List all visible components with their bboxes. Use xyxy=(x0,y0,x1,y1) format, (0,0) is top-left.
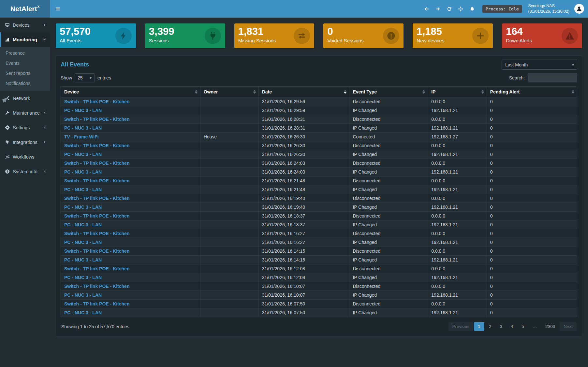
refresh-icon[interactable] xyxy=(446,6,453,12)
device-link[interactable]: Switch - TP link POE - Kitchen xyxy=(64,266,129,271)
device-link[interactable]: PC - NUC 3 - LAN xyxy=(64,275,102,280)
device-link[interactable]: PC - NUC 3 - LAN xyxy=(64,222,102,227)
device-link[interactable]: Switch - TP link POE - Kitchen xyxy=(64,117,129,122)
cell-event-type: IP Changed xyxy=(349,308,428,317)
cell-device: PC - NUC 3 - LAN xyxy=(61,124,200,133)
cell-date: 31/01/2026, 16:28:31 xyxy=(258,124,349,133)
hamburger-icon[interactable] xyxy=(54,6,61,12)
sidebar-menu: DevicesMonitoringPresenceEventsSent repo… xyxy=(0,18,50,179)
sidebar-item-label: Network xyxy=(13,96,30,101)
sidebar-item-devices[interactable]: Devices xyxy=(0,18,50,32)
sidebar-item-integrations[interactable]: Integrations xyxy=(0,135,50,149)
device-link[interactable]: Switch - TP link POE - Kitchen xyxy=(64,143,129,148)
stat-card-down-alerts[interactable]: 164Down Alerts xyxy=(502,23,582,48)
cell-ip: 0.0.0.0 xyxy=(428,264,487,273)
sidebar-item-network[interactable]: Network xyxy=(0,91,50,106)
sidebar-item-settings[interactable]: Settings xyxy=(0,120,50,135)
device-link[interactable]: PC - NUC 3 - LAN xyxy=(64,187,102,192)
page-button-1[interactable]: 1 xyxy=(474,322,484,331)
cell-event-type: IP Changed xyxy=(349,256,428,264)
cell-event-type: IP Changed xyxy=(349,168,428,176)
device-link[interactable]: PC - NUC 3 - LAN xyxy=(64,292,102,298)
cell-owner xyxy=(200,97,258,106)
device-link[interactable]: PC - NUC 3 - LAN xyxy=(64,205,102,210)
cell-date: 31/01/2026, 16:16:27 xyxy=(258,229,349,238)
table-header-row: DeviceOwnerDateEvent TypeIPPending Alert xyxy=(61,87,577,97)
table-row: PC - NUC 3 - LAN31/01/2026, 16:28:31IP C… xyxy=(61,124,577,133)
page-button-2303[interactable]: 2303 xyxy=(541,322,559,331)
page-length-select[interactable]: 25 xyxy=(75,73,95,82)
device-link[interactable]: Switch - TP link POE - Kitchen xyxy=(64,161,129,166)
user-avatar[interactable] xyxy=(574,4,584,14)
device-link[interactable]: PC - NUC 3 - LAN xyxy=(64,257,102,262)
device-link[interactable]: Switch - TP link POE - Kitchen xyxy=(64,178,129,183)
device-link[interactable]: TV - Frame WiFi xyxy=(64,134,99,139)
column-header-event-type[interactable]: Event Type xyxy=(349,87,428,97)
app-logo[interactable]: NetAlertx xyxy=(0,0,50,18)
device-link[interactable]: PC - NUC 3 - LAN xyxy=(64,240,102,245)
forward-icon[interactable] xyxy=(435,6,441,12)
page-button-3[interactable]: 3 xyxy=(496,322,506,331)
cell-pending-alert: 0 xyxy=(487,124,577,133)
previous-button[interactable]: Previous xyxy=(448,322,474,331)
device-link[interactable]: PC - NUC 3 - LAN xyxy=(64,125,102,131)
next-button[interactable]: Next xyxy=(560,322,577,331)
sidebar-item-monitoring[interactable]: Monitoring xyxy=(0,32,50,47)
cell-pending-alert: 0 xyxy=(487,229,577,238)
device-link[interactable]: PC - NUC 3 - LAN xyxy=(64,169,102,175)
stat-card-sessions[interactable]: 3,399Sessions xyxy=(145,23,225,48)
cell-date: 31/01/2026, 16:07:50 xyxy=(258,308,349,317)
sidebar-item-maintenance[interactable]: Maintenance xyxy=(0,106,50,120)
page-button-2[interactable]: 2 xyxy=(485,322,495,331)
stat-card-new-devices[interactable]: 1,185New devices xyxy=(413,23,493,48)
move-icon[interactable] xyxy=(458,6,464,12)
cell-ip: 0.0.0.0 xyxy=(428,141,487,150)
column-header-pending-alert[interactable]: Pending Alert xyxy=(487,87,577,97)
submenu-item-notifications[interactable]: Notifications xyxy=(0,78,50,88)
column-header-owner[interactable]: Owner xyxy=(200,87,258,97)
stat-card-missing-sessions[interactable]: 1,831Missing Sessions xyxy=(234,23,315,48)
workflows-icon xyxy=(5,154,10,159)
cell-event-type: IP Changed xyxy=(349,150,428,159)
cell-date: 31/01/2026, 16:28:31 xyxy=(258,115,349,124)
cell-ip: 192.168.1.21 xyxy=(428,238,487,247)
device-link[interactable]: Switch - TP link POE - Kitchen xyxy=(64,196,129,201)
submenu-item-events[interactable]: Events xyxy=(0,58,50,68)
column-header-device[interactable]: Device xyxy=(61,87,200,97)
stat-card-all-events[interactable]: 57,570All Events xyxy=(56,23,136,48)
device-link[interactable]: Switch - TP link POE - Kitchen xyxy=(64,99,129,104)
device-link[interactable]: Switch - TP link POE - Kitchen xyxy=(64,213,129,219)
device-link[interactable]: PC - NUC 3 - LAN xyxy=(64,152,102,157)
table-row: Switch - TP link POE - Kitchen31/01/2026… xyxy=(61,176,577,185)
sidebar-item-system-info[interactable]: System info xyxy=(0,164,50,179)
page-button-4[interactable]: 4 xyxy=(507,322,517,331)
column-header-date[interactable]: Date xyxy=(258,87,349,97)
cell-ip: 0.0.0.0 xyxy=(428,229,487,238)
submenu-item-sent-reports[interactable]: Sent reports xyxy=(0,68,50,78)
period-select[interactable]: Last Month xyxy=(502,60,577,70)
cell-owner xyxy=(200,212,258,220)
cell-date: 31/01/2026, 16:26:30 xyxy=(258,141,349,150)
back-icon[interactable] xyxy=(423,6,430,12)
device-link[interactable]: Switch - TP link POE - Kitchen xyxy=(64,284,129,289)
stat-card-voided-sessions[interactable]: 0Voided Sessions xyxy=(323,23,404,48)
page-button-5[interactable]: 5 xyxy=(518,322,528,331)
bell-icon[interactable] xyxy=(469,6,476,12)
device-link[interactable]: PC - NUC 3 - LAN xyxy=(64,310,102,315)
sidebar-item-workflows[interactable]: Workflows xyxy=(0,149,50,164)
search-input[interactable] xyxy=(528,73,577,82)
topbar-main: Process: Idle Synology-NAS (31/01/2026, … xyxy=(50,0,588,18)
submenu-item-presence[interactable]: Presence xyxy=(0,48,50,58)
host-timestamp: (31/01/2026, 15:36:02) xyxy=(528,9,570,14)
chevron-left-icon xyxy=(42,23,47,27)
column-header-ip[interactable]: IP xyxy=(428,87,487,97)
device-link[interactable]: Switch - TP link POE - Kitchen xyxy=(64,231,129,236)
device-link[interactable]: Switch - TP link POE - Kitchen xyxy=(64,248,129,254)
cell-pending-alert: 0 xyxy=(487,264,577,273)
cell-ip: 0.0.0.0 xyxy=(428,212,487,220)
cell-ip: 192.168.1.21 xyxy=(428,256,487,264)
device-link[interactable]: Switch - TP link POE - Kitchen xyxy=(64,301,129,306)
device-link[interactable]: PC - NUC 3 - LAN xyxy=(64,108,102,113)
plus-icon xyxy=(472,28,489,44)
monitoring-submenu: PresenceEventsSent reportsNotifications xyxy=(0,47,50,91)
